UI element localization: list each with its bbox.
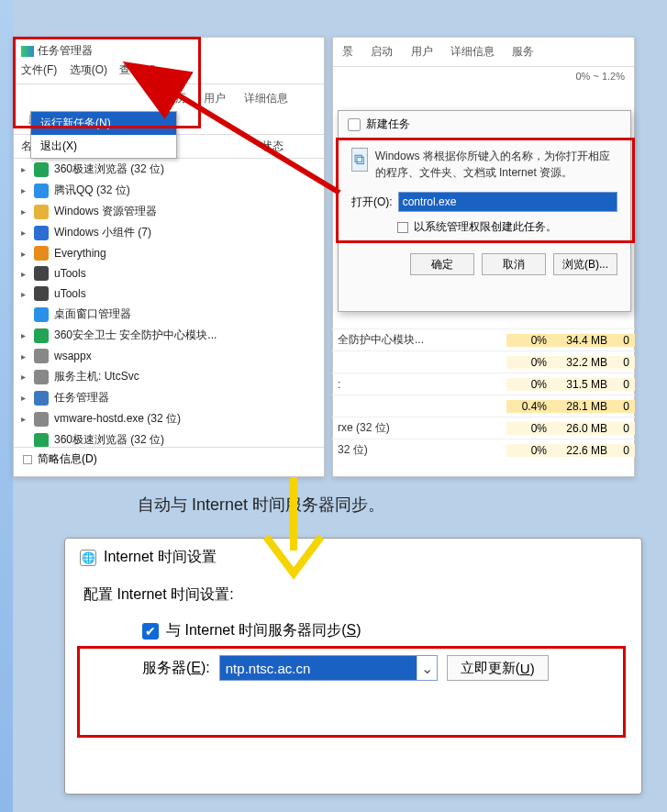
menu-view[interactable]: 查看(V) [119,63,156,76]
row-memory: 28.1 MB [552,400,613,413]
fewer-details-label[interactable]: 简略信息(D) [38,451,97,467]
row-memory: 34.4 MB [552,334,613,347]
row-memory: 22.6 MB [552,444,613,457]
process-icon [34,226,49,240]
process-icon [34,307,49,322]
process-icon [34,205,49,219]
expand-caret-icon[interactable]: ▸ [21,269,32,279]
expand-caret-icon[interactable]: ▸ [21,414,32,424]
expand-caret-icon[interactable]: ▸ [21,330,32,340]
right-tab-history[interactable]: 景 [335,41,361,62]
row-cpu: 0% [506,422,552,435]
process-row[interactable]: ▸uTools [14,284,324,304]
process-row[interactable]: ▸Windows 小组件 (7) [14,222,324,243]
fewer-details-caret[interactable] [23,455,32,464]
server-label-pre: 服务器( [142,660,191,675]
process-row[interactable]: ▸360安全卫士 安全防护中心模块... [14,325,324,346]
chevron-down-icon[interactable]: ⌄ [417,656,437,680]
sync-label: 与 Internet 时间服务器同步(S) [166,621,361,640]
process-name: Windows 资源管理器 [54,204,317,219]
table-row[interactable]: :0%31.5 MB0 [332,373,635,395]
row-cpu: 0% [506,378,552,391]
process-row[interactable]: ▸wsappx [14,346,324,366]
expand-caret-icon[interactable]: ▸ [21,206,32,217]
table-row[interactable]: 全防护中心模块...0%34.4 MB0 [332,328,635,350]
expand-caret-icon[interactable]: ▸ [21,351,32,362]
menu-exit[interactable]: 退出(X) [31,135,176,158]
menu-run-new-task[interactable]: 运行新任务(N) [31,112,176,135]
process-name: 服务主机: UtcSvc [54,369,317,384]
process-row[interactable]: ▸服务主机: UtcSvc [14,366,324,387]
row-tail: 0 [613,356,635,369]
process-row[interactable]: ▸360极速浏览器 (32 位) [14,159,324,180]
server-label-ul: E [191,660,201,675]
expand-caret-icon[interactable]: ▸ [21,164,32,174]
right-tab-startup[interactable]: 启动 [363,41,400,62]
right-tab-details[interactable]: 详细信息 [443,41,502,62]
tab-details[interactable]: 详细信息 [237,88,295,109]
right-tab-users[interactable]: 用户 [404,41,440,62]
row-tail: 0 [613,444,635,457]
process-row[interactable]: ▸Windows 资源管理器 [14,201,324,222]
process-name: uTools [54,267,317,280]
task-manager-icon [21,46,34,57]
process-row[interactable]: 桌面窗口管理器 [14,304,324,325]
run-ok-button[interactable]: 确定 [410,253,474,275]
sync-checkbox[interactable]: ✔ [142,623,159,640]
process-icon [34,412,49,427]
process-icon [34,391,49,406]
process-name: wsappx [54,350,317,362]
row-tail: 0 [613,378,635,391]
update-now-button[interactable]: 立即更新(U) [447,655,549,681]
row-name: : [332,378,506,391]
col-status[interactable]: 状态 [261,139,317,154]
run-dialog-desc-text: Windows 将根据你所键入的名称，为你打开相应的程序、文件夹、文档或 Int… [375,148,617,181]
process-name: 360极速浏览器 (32 位) [54,432,317,448]
row-cpu: 0% [506,444,552,457]
row-cpu: 0% [506,356,552,369]
expand-caret-icon[interactable]: ▸ [21,249,32,259]
expand-caret-icon[interactable]: ▸ [21,393,32,403]
table-row[interactable]: 0.4%28.1 MB0 [332,395,635,417]
expand-caret-icon[interactable]: ▸ [21,372,32,382]
table-row[interactable]: rxe (32 位)0%26.0 MB0 [332,417,635,439]
expand-caret-icon[interactable]: ▸ [21,185,32,195]
process-name: vmware-hostd.exe (32 位) [54,411,317,427]
row-tail: 0 [613,422,635,435]
tab-users[interactable]: 用户 [196,88,233,109]
server-label: 服务器(E): [142,659,210,678]
process-row[interactable]: ▸Everything [14,243,324,263]
process-name: 360安全卫士 安全防护中心模块... [54,328,317,343]
process-row[interactable]: ▸腾讯QQ (32 位) [14,180,324,201]
table-row[interactable]: 32 位)0%22.6 MB0 [332,439,635,461]
right-tab-services[interactable]: 服务 [505,41,541,62]
process-name: Windows 小组件 (7) [54,225,317,240]
run-browse-button[interactable]: 浏览(B)... [553,253,617,275]
update-pre: 立即更新( [461,660,520,677]
table-row[interactable]: 0%32.2 MB0 [332,350,635,373]
right-header-stats: 0% ~ 1.2% [333,66,634,85]
row-memory: 31.5 MB [552,378,613,391]
run-open-input[interactable] [398,192,617,212]
run-dialog-title-icon [348,118,361,131]
task-manager-menubar: 文件(F) 选项(O) 查看(V) [14,61,324,83]
expand-caret-icon[interactable]: ▸ [21,228,32,238]
right-tabs: 景 启动 用户 详细信息 服务 [333,38,634,66]
menu-file[interactable]: 文件(F) [21,63,57,76]
internet-time-titlebar: 🌐 Internet 时间设置 [65,539,641,576]
process-row[interactable]: ▸uTools [14,263,324,284]
process-row[interactable]: ▸vmware-hostd.exe (32 位) [14,408,324,429]
process-icon [34,370,49,384]
expand-caret-icon[interactable]: ▸ [21,289,32,299]
sync-label-ul: S [346,622,356,638]
server-label-post: ): [201,660,210,675]
run-cancel-button[interactable]: 取消 [482,253,546,275]
process-row[interactable]: ▸任务管理器 [14,387,324,408]
right-process-table: 全防护中心模块...0%34.4 MB00%32.2 MB0:0%31.5 MB… [332,328,635,461]
run-admin-checkbox[interactable] [397,222,408,233]
tab-frag-history[interactable]: 历 [168,88,194,109]
row-memory: 26.0 MB [552,422,613,435]
menu-options[interactable]: 选项(O) [70,63,107,76]
internet-time-heading: 配置 Internet 时间设置: [65,576,641,614]
server-combobox[interactable]: ntp.ntsc.ac.cn ⌄ [219,655,438,681]
